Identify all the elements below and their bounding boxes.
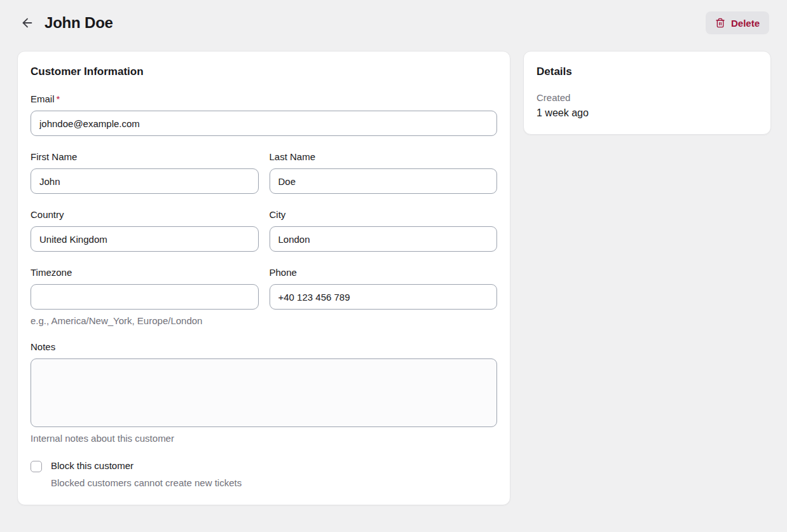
phone-label: Phone <box>270 267 498 278</box>
timezone-field[interactable] <box>31 284 259 310</box>
arrow-left-icon <box>20 16 34 30</box>
location-row: Country City <box>31 209 497 252</box>
trash-icon <box>715 18 725 28</box>
phone-field-group: Phone <box>270 267 498 326</box>
back-button[interactable] <box>19 15 36 31</box>
created-value: 1 week ago <box>537 107 758 119</box>
customer-card-title: Customer Information <box>31 65 497 78</box>
page-header: John Doe Delete <box>0 0 787 43</box>
notes-label: Notes <box>31 341 497 352</box>
first-name-field[interactable] <box>31 168 259 194</box>
city-field[interactable] <box>270 226 498 252</box>
timezone-phone-row: Timezone e.g., America/New_York, Europe/… <box>31 267 497 326</box>
city-field-group: City <box>270 209 498 252</box>
name-row: First Name Last Name <box>31 151 497 194</box>
timezone-helper-text: e.g., America/New_York, Europe/London <box>31 315 259 326</box>
page-title: John Doe <box>44 14 113 32</box>
details-card-title: Details <box>537 65 758 78</box>
block-customer-checkbox[interactable] <box>31 461 42 472</box>
country-field[interactable] <box>31 226 259 252</box>
block-customer-texts: Block this customer Blocked customers ca… <box>51 460 242 488</box>
created-label: Created <box>537 92 758 103</box>
email-field[interactable] <box>31 111 497 136</box>
first-name-label: First Name <box>31 151 259 162</box>
city-label: City <box>270 209 498 220</box>
timezone-field-group: Timezone e.g., America/New_York, Europe/… <box>31 267 259 326</box>
notes-field[interactable] <box>31 358 497 427</box>
block-customer-label[interactable]: Block this customer <box>51 460 242 471</box>
delete-button[interactable]: Delete <box>706 11 769 34</box>
email-label: Email* <box>31 93 497 104</box>
required-asterisk: * <box>57 93 60 104</box>
content-area: Customer Information Email* First Name L… <box>0 43 787 505</box>
customer-information-card: Customer Information Email* First Name L… <box>17 51 510 505</box>
block-customer-row: Block this customer Blocked customers ca… <box>31 460 497 488</box>
timezone-label: Timezone <box>31 267 259 278</box>
last-name-field-group: Last Name <box>270 151 498 194</box>
delete-button-label: Delete <box>731 18 760 29</box>
email-label-text: Email <box>31 93 55 104</box>
country-field-group: Country <box>31 209 259 252</box>
block-customer-helper: Blocked customers cannot create new tick… <box>51 477 242 488</box>
details-card: Details Created 1 week ago <box>523 51 771 135</box>
last-name-label: Last Name <box>270 151 498 162</box>
notes-helper-text: Internal notes about this customer <box>31 433 497 444</box>
email-field-group: Email* <box>31 93 497 136</box>
country-label: Country <box>31 209 259 220</box>
first-name-field-group: First Name <box>31 151 259 194</box>
last-name-field[interactable] <box>270 168 498 194</box>
phone-field[interactable] <box>270 284 498 310</box>
notes-field-group: Notes Internal notes about this customer <box>31 341 497 444</box>
